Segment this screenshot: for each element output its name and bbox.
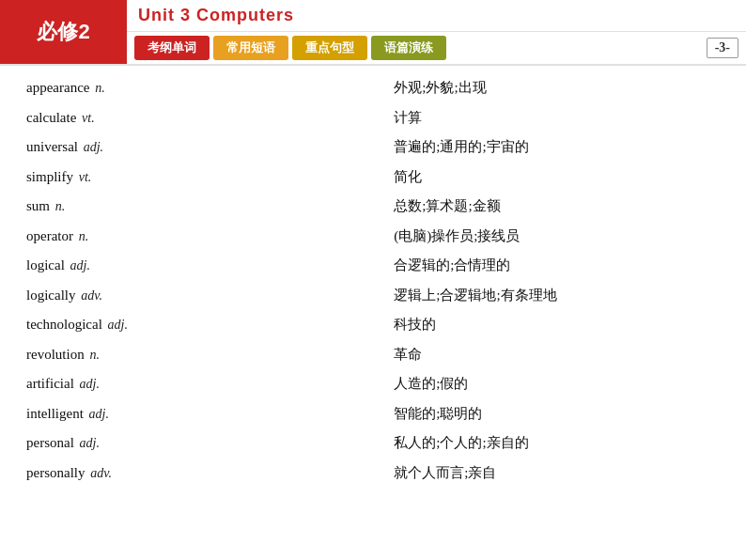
word-cell: revolution n. [23,340,390,370]
word-definition: 人造的;假的 [390,369,723,399]
word-definition: 合逻辑的;合情理的 [390,251,723,281]
word-pos: vt. [79,170,92,184]
word-cell: appearance n. [23,73,390,103]
word-english: simplify [26,169,77,184]
word-definition: 总数;算术题;金额 [390,192,723,222]
vocab-row: intelligent adj.智能的;聪明的 [23,399,723,429]
word-definition: 普遍的;通用的;宇宙的 [390,132,723,163]
word-english: appearance [26,80,93,95]
word-english: personally [26,465,88,480]
word-cell: personally adv. [23,459,390,489]
vocab-row: operator n.(电脑)操作员;接线员 [23,222,723,252]
header-right: Unit 3 Computers 考纲单词 常用短语 重点句型 语篇演练 -3- [127,0,746,64]
word-english: personal [26,435,78,450]
vocab-row: appearance n.外观;外貌;出现 [23,73,723,103]
word-definition: 简化 [390,163,723,193]
vocab-row: simplify vt.简化 [23,163,723,193]
word-english: logical [26,257,69,272]
word-pos: adj. [80,377,100,391]
logo-section: 必修2 [0,0,127,64]
vocab-row: personal adj.私人的;个人的;亲自的 [23,428,723,459]
word-pos: n. [55,199,66,213]
tab-zhongdian[interactable]: 重点句型 [292,36,367,60]
word-cell: simplify vt. [23,163,390,193]
word-english: sum [26,198,54,213]
tab-changyong[interactable]: 常用短语 [213,36,288,60]
word-pos: n. [79,229,89,243]
word-cell: sum n. [23,192,390,222]
word-pos: adj. [70,258,90,272]
vocab-row: sum n.总数;算术题;金额 [23,192,723,222]
word-definition: 科技的 [390,310,723,340]
word-pos: adv. [90,466,112,480]
word-pos: adj. [80,436,100,450]
word-cell: artificial adj. [23,369,390,399]
unit-title: Unit 3 Computers [138,6,294,25]
word-pos: adv. [81,288,102,303]
vocab-row: calculate vt.计算 [23,103,723,133]
vocab-row: artificial adj.人造的;假的 [23,369,723,399]
word-cell: logical adj. [23,251,390,281]
word-pos: n. [95,81,105,95]
tab-kagang[interactable]: 考纲单词 [134,36,210,60]
word-definition: 革命 [390,340,723,370]
word-definition: 计算 [390,103,723,133]
word-cell: logically adv. [23,281,390,311]
unit-title-bar: Unit 3 Computers [127,0,746,32]
word-definition: 逻辑上;合逻辑地;有条理地 [390,281,723,311]
word-english: intelligent [26,406,87,421]
tabs-bar: 考纲单词 常用短语 重点句型 语篇演练 -3- [127,32,746,64]
vocab-row: technological adj.科技的 [23,310,723,340]
word-cell: technological adj. [23,310,390,340]
vocab-row: logically adv.逻辑上;合逻辑地;有条理地 [23,281,723,311]
word-pos: vt. [82,111,95,125]
word-pos: adj. [108,318,128,332]
word-cell: personal adj. [23,428,390,459]
word-english: technological [26,317,106,332]
header: 必修2 Unit 3 Computers 考纲单词 常用短语 重点句型 语篇演练… [0,0,746,66]
word-english: logically [26,288,79,303]
word-definition: 就个人而言;亲自 [390,459,723,489]
vocab-table: appearance n.外观;外貌;出现calculate vt.计算univ… [23,73,723,488]
word-english: revolution [26,347,87,362]
word-definition: 智能的;聪明的 [390,399,723,429]
page-number: -3- [707,38,738,58]
word-cell: operator n. [23,222,390,252]
vocab-row: revolution n.革命 [23,340,723,370]
vocab-row: logical adj.合逻辑的;合情理的 [23,251,723,281]
word-english: universal [26,139,82,154]
content-area: appearance n.外观;外貌;出现calculate vt.计算univ… [0,66,746,495]
word-pos: adj. [84,140,103,154]
word-cell: calculate vt. [23,103,390,133]
word-cell: universal adj. [23,132,390,163]
word-english: operator [26,228,77,243]
vocab-row: universal adj.普遍的;通用的;宇宙的 [23,132,723,163]
word-cell: intelligent adj. [23,399,390,429]
word-pos: adj. [89,407,109,421]
tab-yupian[interactable]: 语篇演练 [371,36,446,60]
word-definition: 外观;外貌;出现 [390,73,723,103]
word-english: artificial [26,376,78,391]
vocab-row: personally adv.就个人而言;亲自 [23,459,723,489]
logo-text: 必修2 [37,18,89,46]
word-definition: (电脑)操作员;接线员 [390,222,723,252]
word-english: calculate [26,110,80,125]
word-definition: 私人的;个人的;亲自的 [390,428,723,459]
word-pos: n. [89,348,100,362]
